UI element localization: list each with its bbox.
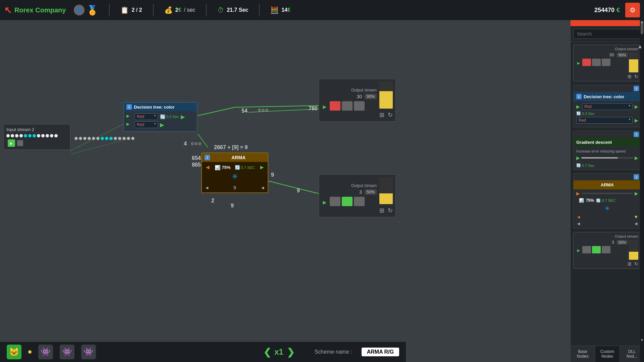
agent-ghost-1[interactable]: 👾 [38, 345, 53, 359]
sidebar-output-top-title: Output stream [576, 47, 638, 51]
sidebar-scrollbar[interactable]: ▲ ▼ [640, 20, 644, 362]
arma-left-tri[interactable]: ◄ [205, 164, 211, 171]
settings-button[interactable]: ⚙ [625, 3, 640, 17]
sidebar-dt-speed: 🔄 0.3 Sec [576, 111, 594, 116]
sidebar-dt-dropdown-2[interactable]: Red [576, 117, 633, 124]
sidebar-gradient-next[interactable]: ▶ [635, 155, 638, 161]
output-bottom-refresh-icon[interactable]: ↻ [388, 207, 393, 214]
sidebar-arma-pct: 75% [586, 198, 594, 203]
arma-right-tri[interactable]: ► [259, 164, 265, 171]
output-bottom-icons: ⊞ ↻ [379, 207, 393, 214]
sidebar-dt-title: Decision tree: color [584, 94, 638, 99]
sidebar-dt-info-badge[interactable]: i [634, 86, 639, 91]
sidebar-output-bottom-pct: 50% [617, 240, 628, 245]
sidebar-arma-play[interactable]: ▶ [576, 191, 580, 196]
decision-tree-row-1: ▶ Red 🔄 0.3 Sec ▶ [126, 113, 194, 120]
dt-dropdown-1[interactable]: Red [135, 113, 158, 120]
arma-title: ARMA [212, 155, 265, 160]
sidebar-layers-icon-top[interactable]: ⊞ [628, 74, 632, 79]
sidebar-arma-speed-icon: 🔄 [596, 198, 601, 202]
output-top-refresh-icon[interactable]: ↻ [388, 111, 393, 119]
logo-arrow-icon: ↖ [4, 5, 12, 16]
sidebar-dt-speed-icon: 🔄 [576, 111, 581, 116]
output-top-stats: 30 90% [322, 94, 377, 99]
sidebar-arma-next[interactable]: ▶ [635, 191, 638, 196]
sidebar-arma-tri-left-1[interactable]: ◄ [576, 214, 581, 220]
speed-icon-1: 🔄 [160, 114, 165, 119]
dt-dropdown-2[interactable]: Red [135, 121, 158, 128]
svg-line-2 [235, 106, 319, 107]
dot-2 [11, 134, 14, 137]
avatars-area: 👤 🏅 [74, 5, 98, 16]
tab-base-nodes[interactable]: BaseNodes [571, 346, 595, 362]
sidebar-dt-next-1[interactable]: ▶ [635, 104, 638, 109]
dt-arrow-right-1: ▶ [181, 114, 185, 120]
scrollbar-down-btn[interactable]: ▼ [640, 338, 644, 342]
sidebar-swatch-red [582, 59, 591, 66]
sidebar: Stop ▲ Output stream 30 90% ► [570, 0, 644, 362]
sidebar-grad-info-badge[interactable]: i [634, 132, 639, 137]
stream-play-button[interactable]: ▶ [8, 139, 15, 147]
agent-ghost-2[interactable]: 👾 [60, 345, 74, 359]
sidebar-arma-info-badge[interactable]: i [634, 174, 639, 180]
balance-display: 254470 € [594, 7, 620, 14]
dt-play-1[interactable]: ▶ [126, 114, 132, 120]
sidebar-layers-icon-bottom[interactable]: ⊞ [628, 261, 632, 266]
sidebar-dt-next-2[interactable]: ▶ [635, 118, 638, 123]
tab-custom-nodes[interactable]: CustomNodes [595, 346, 620, 362]
sidebar-arma-tri-right-1[interactable]: ▼ [634, 214, 638, 220]
sidebar-gradient-speed-row: 🔄 0.7 Sec [574, 163, 641, 170]
output-top-layers-icon[interactable]: ⊞ [379, 111, 384, 119]
output-top-play[interactable]: ► [322, 104, 328, 111]
speed-decrease-button[interactable]: ❮ [263, 347, 271, 358]
sidebar-dt-play-1[interactable]: ▶ [576, 104, 580, 109]
svg-line-5 [268, 181, 322, 194]
float-num-780: 780 [309, 106, 318, 112]
sidebar-dt-dropdown-1[interactable]: Red [582, 103, 633, 110]
sidebar-arma-tri-left-2[interactable]: ◄ [576, 221, 581, 226]
arma-info-badge[interactable]: i [205, 155, 210, 160]
scrollbar-up-btn[interactable]: ▲ [640, 20, 644, 24]
sidebar-swatch-green-b [592, 246, 601, 253]
sidebar-scroll-area[interactable]: Output stream 30 90% ► [571, 42, 644, 346]
agent-icon-active[interactable]: 🐱 [7, 345, 21, 359]
separator-2 [153, 4, 154, 16]
sidebar-output-bottom-btns: ⊞ ↻ [576, 261, 638, 266]
search-input[interactable] [573, 29, 641, 39]
sidebar-output-top-play[interactable]: ► [576, 60, 581, 66]
output-bottom-play[interactable]: ► [322, 199, 328, 206]
decision-tree-node[interactable]: i Decision tree: color ▶ Red 🔄 0.3 Sec ▶… [123, 102, 197, 132]
output-stream-bottom: Output stream 3 50% ► [319, 174, 396, 217]
info-badge[interactable]: i [126, 104, 132, 110]
sidebar-dt-badge[interactable]: i [576, 94, 582, 99]
arma-down-left[interactable]: ◄ [205, 185, 209, 190]
scroll-up-icon[interactable]: ▲ [637, 44, 643, 50]
sidebar-gradient-play[interactable]: ▶ [576, 155, 580, 161]
output-bottom-progress [379, 177, 393, 204]
sidebar-output-top-btns: ⊞ ↻ [576, 74, 638, 79]
output-bottom-layers-icon[interactable]: ⊞ [379, 207, 384, 214]
sidebar-refresh-icon-top[interactable]: ↻ [634, 74, 638, 79]
dt-play-2[interactable]: ▶ [126, 122, 132, 128]
arma-stat-bar: 📊 75% [215, 165, 230, 170]
sidebar-refresh-icon-bottom[interactable]: ↻ [634, 261, 638, 266]
balance-value: 254470 [594, 7, 614, 14]
sidebar-arma-stats: 📊 75% 🔄 0.7 SEC [576, 197, 638, 203]
arma-down-right[interactable]: ◄ [260, 185, 265, 190]
sidebar-dt-header: i Decision tree: color [574, 92, 641, 101]
sidebar-arma-title: ARMA [576, 182, 638, 187]
bar-chart-icon: 📊 [215, 165, 220, 170]
dt-arrow-right-2: ▶ [160, 122, 164, 128]
dot-4 [19, 134, 23, 137]
sidebar-output-bottom-play[interactable]: ► [576, 248, 581, 253]
sidebar-arma-bar-icon: 📊 [579, 198, 584, 203]
agent-dot [28, 350, 32, 354]
dot-9 [41, 134, 45, 137]
sidebar-dt-info-row: i [574, 85, 641, 92]
sidebar-arma-card: i ARMA ▶ ▶ 📊 75% 🔄 0.7 SEC [573, 173, 641, 229]
agent-ghost-3[interactable]: 👾 [81, 345, 96, 359]
speed-increase-button[interactable]: ❯ [287, 347, 294, 358]
arma-node[interactable]: i ARMA ◄ 📊 75% 🔄 0.7 SEC ► ✳ ◄ 9 [201, 153, 268, 193]
dot-12 [54, 134, 58, 137]
sidebar-arma-tri-right-2[interactable]: ◄ [634, 221, 638, 226]
